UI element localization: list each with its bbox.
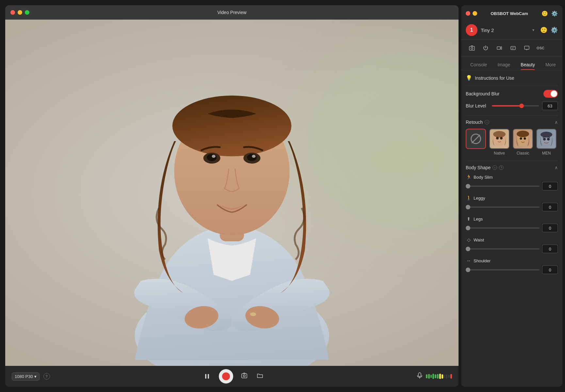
- blur-level-label: Blur Level: [466, 103, 489, 108]
- body-slim-value[interactable]: 0: [542, 182, 558, 190]
- display-toolbar-button[interactable]: [521, 43, 533, 53]
- body-shape-circle-icon[interactable]: ○: [492, 165, 497, 170]
- shoulder-track[interactable]: [466, 269, 540, 270]
- background-blur-toggle[interactable]: [543, 90, 558, 98]
- retouch-thumb-classic: [513, 129, 533, 149]
- minimize-button[interactable]: [18, 10, 22, 15]
- leggy-label-row: 🚶 Leggy: [466, 195, 558, 201]
- legs-thumb[interactable]: [466, 226, 470, 230]
- resolution-selector[interactable]: 1080 P30 ▾: [12, 372, 40, 381]
- playback-controls: [54, 369, 413, 384]
- retouch-card-classic[interactable]: Classic: [513, 129, 533, 155]
- app-header-icons: 🙂 ⚙️: [541, 10, 558, 17]
- instructions-text[interactable]: Instructions for Use: [475, 75, 514, 81]
- app-minimize-button[interactable]: [473, 11, 477, 16]
- blur-level-thumb[interactable]: [519, 104, 524, 108]
- shoulder-controls: 0: [466, 266, 558, 274]
- svg-rect-25: [511, 46, 515, 50]
- device-settings-icon[interactable]: ⚙️: [551, 26, 558, 34]
- waist-value[interactable]: 0: [542, 245, 558, 253]
- video-title: Video Preview: [217, 10, 246, 15]
- info-button[interactable]: ?: [43, 373, 50, 380]
- tab-beauty[interactable]: Beauty: [516, 60, 540, 70]
- camera-toolbar-button[interactable]: [466, 43, 478, 53]
- power-toolbar-button[interactable]: [479, 43, 492, 53]
- legs-value[interactable]: 0: [542, 224, 558, 232]
- vol-seg-5: [435, 374, 436, 378]
- legs-icon: ⬆: [466, 216, 472, 222]
- device-section: 1 Tiny 2 ▾ 🙂 ⚙️: [461, 22, 562, 40]
- svg-point-14: [212, 155, 216, 158]
- divider-3: [466, 161, 558, 161]
- vol-seg-6: [437, 374, 439, 379]
- retouch-card-disabled[interactable]: [466, 129, 486, 155]
- folder-button[interactable]: [255, 371, 265, 382]
- pause-button[interactable]: [202, 371, 212, 382]
- leggy-label: Leggy: [474, 196, 485, 201]
- device-dropdown-arrow[interactable]: ▾: [532, 28, 534, 32]
- vol-seg-1: [426, 374, 428, 378]
- icon-toolbar: OSC: [461, 40, 562, 57]
- retouch-thumb-native: [489, 129, 509, 149]
- body-shape-section-header: Body Shape ○ ? ∧: [466, 165, 558, 170]
- osc-toolbar-button[interactable]: OSC: [534, 43, 547, 53]
- tab-console[interactable]: Console: [466, 60, 492, 70]
- microphone-icon[interactable]: [417, 372, 423, 381]
- record-button[interactable]: [219, 369, 233, 384]
- retouch-native-label: Native: [494, 151, 505, 155]
- vol-seg-4: [432, 374, 434, 379]
- no-symbol-icon: [471, 134, 481, 144]
- caption-toolbar-button[interactable]: [507, 43, 519, 53]
- retouch-card-men[interactable]: MEN: [536, 129, 557, 155]
- video-titlebar: Video Preview: [5, 5, 459, 20]
- svg-point-33: [496, 137, 499, 139]
- dropdown-arrow-icon: ▾: [34, 374, 37, 379]
- emoji-icon[interactable]: 🙂: [541, 10, 548, 17]
- instructions-row: 💡 Instructions for Use: [466, 75, 558, 81]
- svg-point-41: [543, 138, 546, 140]
- waist-track[interactable]: [466, 248, 540, 250]
- device-emoji-icon[interactable]: 🙂: [540, 26, 547, 34]
- app-traffic-lights: [466, 11, 477, 16]
- shoulder-value[interactable]: 0: [542, 266, 558, 274]
- close-button[interactable]: [10, 10, 15, 15]
- retouch-section-title: Retouch ○: [466, 120, 489, 125]
- retouch-men-label: MEN: [542, 151, 551, 155]
- fullscreen-button[interactable]: [25, 10, 29, 15]
- svg-point-9: [172, 95, 291, 156]
- body-shape-info-icon[interactable]: ?: [499, 165, 504, 170]
- blur-level-track[interactable]: [492, 105, 539, 106]
- screenshot-button[interactable]: [240, 371, 249, 382]
- leggy-row: 🚶 Leggy 0: [466, 195, 558, 211]
- retouch-info-icon[interactable]: ○: [485, 120, 489, 124]
- right-panel: OBSBOT WebCam 🙂 ⚙️ 1 Tiny 2 ▾ 🙂 ⚙️ OSC: [461, 5, 562, 387]
- svg-rect-16: [205, 374, 206, 379]
- retouch-card-native[interactable]: Native: [489, 129, 509, 155]
- tab-more[interactable]: More: [541, 60, 560, 70]
- waist-thumb[interactable]: [466, 247, 470, 251]
- shoulder-thumb[interactable]: [466, 268, 470, 272]
- tab-image[interactable]: Image: [493, 60, 515, 70]
- body-shape-section-title: Body Shape ○ ?: [466, 165, 504, 170]
- leggy-thumb[interactable]: [466, 205, 470, 209]
- blur-level-fill: [492, 105, 522, 106]
- svg-point-36: [517, 131, 529, 137]
- body-slim-thumb[interactable]: [466, 184, 470, 188]
- toggle-knob: [551, 90, 557, 97]
- legs-track[interactable]: [466, 227, 540, 229]
- body-slim-track[interactable]: [466, 186, 540, 187]
- retouch-section-header: Retouch ○ ∧: [466, 120, 558, 125]
- body-slim-label-row: 🏃 Body Slim: [466, 174, 558, 180]
- tracking-toolbar-button[interactable]: [493, 43, 506, 53]
- body-shape-collapse-icon[interactable]: ∧: [555, 165, 558, 170]
- blur-level-value[interactable]: 63: [542, 102, 558, 110]
- app-close-button[interactable]: [466, 11, 470, 16]
- leggy-value[interactable]: 0: [542, 203, 558, 211]
- leggy-track[interactable]: [466, 206, 540, 208]
- retouch-classic-label: Classic: [517, 151, 529, 155]
- waist-label-row: ◇ Waist: [466, 237, 558, 243]
- settings-icon[interactable]: ⚙️: [551, 10, 558, 17]
- retouch-collapse-icon[interactable]: ∧: [555, 120, 558, 125]
- svg-point-12: [207, 154, 217, 161]
- legs-controls: 0: [466, 224, 558, 232]
